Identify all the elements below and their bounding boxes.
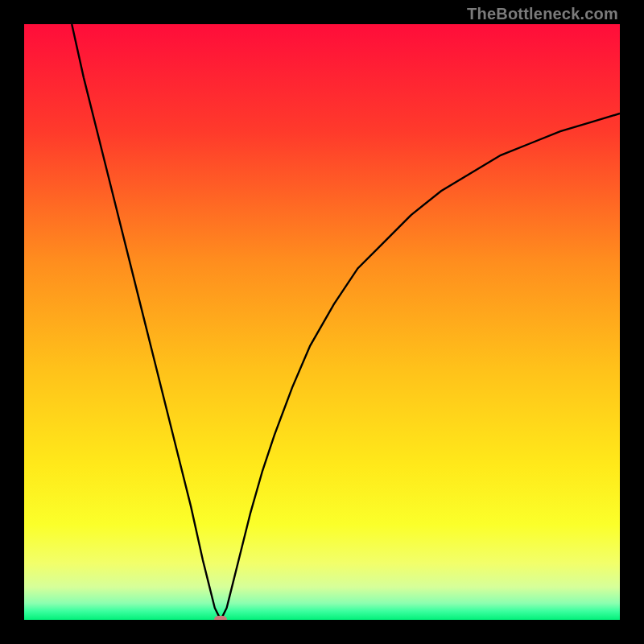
curve-layer (24, 24, 620, 620)
watermark: TheBottleneck.com (467, 5, 618, 23)
bottleneck-curve (72, 24, 620, 620)
min-marker (214, 616, 227, 620)
plot-area (24, 24, 620, 620)
chart-frame: TheBottleneck.com (0, 0, 644, 644)
